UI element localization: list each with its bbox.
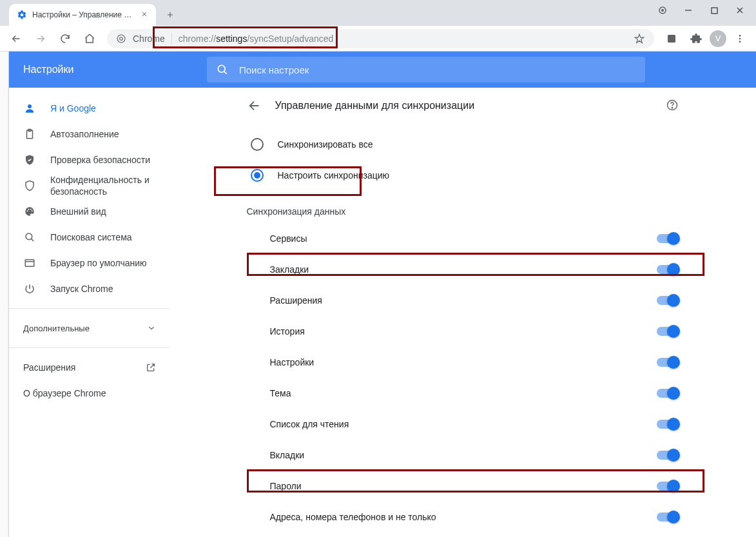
toggle-label: Список для чтения xyxy=(270,419,349,429)
star-icon[interactable] xyxy=(634,33,645,44)
account-dot-icon[interactable] xyxy=(658,6,667,15)
menu-button[interactable] xyxy=(729,29,751,48)
toggle-switch[interactable] xyxy=(657,420,679,429)
sidebar-item-shield-check[interactable]: Проверка безопасности xyxy=(9,147,170,173)
forward-button[interactable] xyxy=(30,29,52,48)
sidebar-advanced[interactable]: Дополнительные xyxy=(9,315,170,341)
toggle-switch[interactable] xyxy=(657,296,679,305)
palette-icon xyxy=(23,205,36,218)
svg-rect-19 xyxy=(25,260,34,267)
toggle-switch[interactable] xyxy=(657,234,679,243)
svg-point-7 xyxy=(739,35,741,37)
svg-point-8 xyxy=(739,37,741,39)
svg-point-15 xyxy=(28,209,30,210)
sync-toggle-row-3: История xyxy=(244,316,683,347)
sidebar-item-search[interactable]: Поисковая система xyxy=(9,224,170,250)
sync-data-subhead: Синхронизация данных xyxy=(244,206,683,223)
toggle-switch[interactable] xyxy=(657,513,679,522)
svg-point-21 xyxy=(672,108,672,108)
person-icon xyxy=(23,102,36,115)
toggle-switch[interactable] xyxy=(657,327,679,336)
back-arrow-icon[interactable] xyxy=(247,98,262,113)
svg-rect-3 xyxy=(712,8,717,14)
page-header: Управление данными для синхронизации xyxy=(244,88,683,124)
shield-check-icon xyxy=(23,153,36,166)
new-tab-button[interactable] xyxy=(161,6,179,24)
toggle-switch[interactable] xyxy=(657,482,679,491)
window-controls xyxy=(658,0,756,21)
toggle-label: Тема xyxy=(270,388,291,398)
sidebar-item-label: Браузер по умолчанию xyxy=(50,257,156,269)
settings-search[interactable] xyxy=(207,57,645,83)
settings-app: Настройки Я и GoogleАвтозаполнениеПровер… xyxy=(9,52,756,537)
power-icon xyxy=(23,282,36,295)
app-brand: Настройки xyxy=(9,64,207,75)
svg-point-4 xyxy=(117,35,125,43)
sync-toggle-row-2: Расширения xyxy=(244,285,683,316)
browser-tab[interactable]: Настройки – Управление данны xyxy=(9,4,156,26)
radio-sync-1[interactable]: Настроить синхронизацию xyxy=(247,160,683,191)
home-button[interactable] xyxy=(79,29,101,48)
radio-label: Синхронизировать все xyxy=(278,139,373,150)
toggle-switch[interactable] xyxy=(657,265,679,274)
sidebar-item-palette[interactable]: Внешний вид xyxy=(9,199,170,224)
svg-point-16 xyxy=(30,209,32,210)
settings-main: Управление данными для синхронизации Син… xyxy=(170,88,756,537)
close-icon[interactable] xyxy=(141,10,150,19)
maximize-button[interactable] xyxy=(710,6,719,15)
chevron-down-icon xyxy=(147,324,156,333)
search-icon xyxy=(23,231,36,244)
sidebar-about[interactable]: О браузере Chrome xyxy=(9,380,170,406)
sidebar-item-label: Проверка безопасности xyxy=(50,154,156,166)
svg-point-18 xyxy=(26,233,32,240)
extension-icon-1[interactable] xyxy=(661,29,683,48)
radio-sync-0[interactable]: Синхронизировать все xyxy=(247,129,683,160)
sidebar-item-clipboard[interactable]: Автозаполнение xyxy=(9,121,170,147)
toggle-switch[interactable] xyxy=(657,451,679,460)
sync-toggle-row-9: Адреса, номера телефонов и не только xyxy=(244,502,683,532)
app-header: Настройки xyxy=(9,52,756,88)
sync-toggle-row-7: Вкладки xyxy=(244,440,683,471)
sidebar-extensions[interactable]: Расширения xyxy=(9,355,170,380)
sync-toggle-row-8: Пароли xyxy=(244,471,683,502)
svg-point-5 xyxy=(120,37,123,40)
close-window-button[interactable] xyxy=(735,6,744,15)
svg-point-14 xyxy=(27,210,28,211)
toggle-switch[interactable] xyxy=(657,358,679,367)
reload-button[interactable] xyxy=(54,29,76,48)
tab-strip: Настройки – Управление данны xyxy=(0,0,756,26)
extensions-icon[interactable] xyxy=(685,29,707,48)
sync-toggle-row-1: Закладки xyxy=(244,254,683,285)
toggle-switch[interactable] xyxy=(657,389,679,398)
help-icon[interactable] xyxy=(666,99,680,113)
radio-icon xyxy=(251,169,264,182)
sidebar-item-label: Я и Google xyxy=(50,103,156,114)
toggle-label: Расширения xyxy=(270,295,322,306)
radio-label: Настроить синхронизацию xyxy=(278,170,390,181)
sidebar-item-window[interactable]: Браузер по умолчанию xyxy=(9,250,170,276)
toggle-label: История xyxy=(270,326,305,337)
toggle-label: Сервисы xyxy=(270,233,307,244)
svg-point-1 xyxy=(661,9,664,12)
sidebar-item-label: Поисковая система xyxy=(50,231,156,243)
minimize-button[interactable] xyxy=(684,6,693,15)
back-button[interactable] xyxy=(5,29,27,48)
sidebar-item-label: Запуск Chrome xyxy=(50,283,156,295)
sync-toggle-row-5: Тема xyxy=(244,378,683,409)
settings-sidebar: Я и GoogleАвтозаполнениеПроверка безопас… xyxy=(9,88,170,537)
search-icon xyxy=(216,63,229,76)
extensions-label: Расширения xyxy=(23,362,75,373)
toggle-label: Вкладки xyxy=(270,450,305,460)
sidebar-item-person[interactable]: Я и Google xyxy=(9,95,170,121)
clipboard-icon xyxy=(23,128,36,141)
gear-icon xyxy=(17,10,27,20)
address-bar[interactable]: Chrome chrome://settings/syncSetup/advan… xyxy=(107,29,654,48)
sync-mode-radio-group: Синхронизировать всеНастроить синхрониза… xyxy=(244,124,683,206)
sidebar-item-shield[interactable]: Конфиденциальность и безопасность xyxy=(9,173,170,199)
profile-avatar[interactable]: V xyxy=(710,30,726,47)
sync-toggle-row-6: Список для чтения xyxy=(244,409,683,440)
sidebar-item-power[interactable]: Запуск Chrome xyxy=(9,276,170,302)
tab-title: Настройки – Управление данны xyxy=(32,10,135,19)
settings-search-input[interactable] xyxy=(239,64,636,75)
open-external-icon xyxy=(146,362,156,373)
